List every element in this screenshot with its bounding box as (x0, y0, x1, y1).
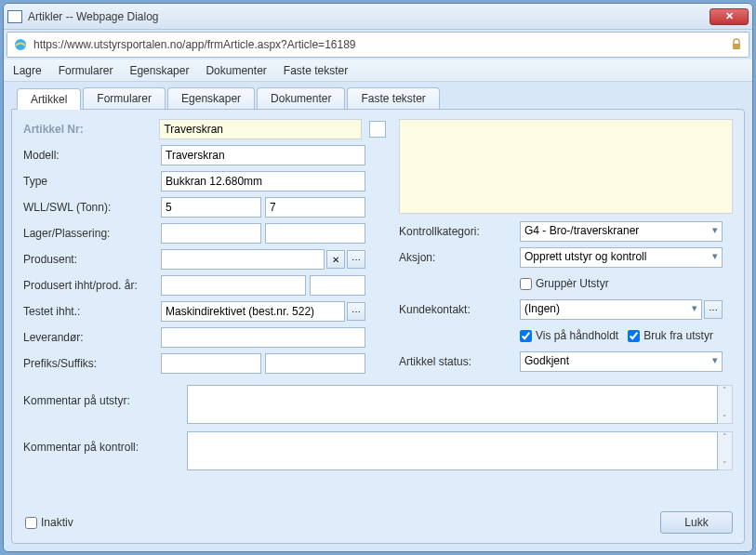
menu-faste-tekster[interactable]: Faste tekster (284, 64, 348, 77)
url-text: https://www.utstyrsportalen.no/app/frmAr… (33, 38, 730, 51)
textarea-kommentar-kontroll[interactable] (187, 431, 718, 470)
scrollbar-kommentar-kontroll[interactable]: ˄˅ (718, 431, 733, 470)
textarea-kommentar-utstyr[interactable] (187, 385, 718, 424)
input-artikkel-nr (159, 119, 362, 139)
clear-produsent-button[interactable]: ✕ (326, 250, 345, 269)
titlebar: Artikler -- Webpage Dialog ✕ (4, 4, 752, 30)
select-status[interactable]: Godkjent (520, 351, 723, 372)
label-aksjon: Aksjon: (399, 251, 520, 264)
svg-rect-1 (733, 44, 740, 49)
artikkel-nr-checkbox[interactable] (369, 121, 386, 138)
tab-formularer[interactable]: Formularer (83, 87, 166, 109)
dialog-window: Artikler -- Webpage Dialog ✕ https://www… (3, 3, 753, 552)
checkbox-vis-label: Vis på håndholdt (536, 329, 618, 342)
address-bar: https://www.utstyrsportalen.no/app/frmAr… (7, 32, 749, 58)
input-wll-2[interactable] (265, 197, 365, 218)
input-modell[interactable] (161, 145, 365, 165)
checkbox-vis-input[interactable] (520, 330, 532, 342)
label-leverandor: Leverandør: (23, 331, 161, 344)
checkbox-grupper-label: Gruppèr Utstyr (536, 277, 609, 290)
select-aksjon[interactable]: Opprett utstyr og kontroll (520, 247, 723, 268)
scrollbar-kommentar-utstyr[interactable]: ˄˅ (718, 385, 733, 424)
scroll-up-icon: ˄ (723, 432, 727, 442)
tab-faste-tekster[interactable]: Faste tekster (347, 87, 439, 109)
scroll-down-icon: ˅ (723, 460, 727, 469)
window-title: Artikler -- Webpage Dialog (28, 10, 710, 23)
browse-kundekontakt-button[interactable]: ⋯ (704, 300, 723, 319)
checkbox-brukfra-input[interactable] (628, 330, 640, 342)
checkbox-bruk-fra-utstyr[interactable]: Bruk fra utstyr (628, 329, 713, 342)
scroll-down-icon: ˅ (723, 414, 727, 423)
input-lager-1[interactable] (161, 223, 261, 244)
scroll-up-icon: ˄ (723, 386, 727, 395)
label-status: Artikkel status: (399, 355, 520, 368)
label-kontrollkategori: Kontrollkategori: (399, 225, 520, 238)
input-leverandor[interactable] (161, 327, 365, 348)
app-icon (7, 10, 22, 23)
select-kundekontakt[interactable]: (Ingen) (520, 299, 702, 320)
checkbox-inaktiv-input[interactable] (25, 517, 37, 529)
menu-dokumenter[interactable]: Dokumenter (206, 64, 266, 77)
input-wll-1[interactable] (161, 197, 261, 218)
checkbox-grupper-utstyr[interactable]: Gruppèr Utstyr (520, 277, 609, 290)
ie-icon (13, 37, 28, 52)
tab-dokumenter[interactable]: Dokumenter (257, 87, 345, 109)
input-prod-aar[interactable] (310, 275, 365, 296)
label-produsert: Produsert ihht/prod. år: (23, 279, 161, 292)
menu-lagre[interactable]: Lagre (13, 64, 42, 77)
input-produsent[interactable] (161, 249, 325, 270)
input-produsert-ihht[interactable] (161, 275, 306, 296)
menu-formularer[interactable]: Formularer (59, 64, 113, 77)
input-type[interactable] (161, 171, 365, 192)
close-button[interactable]: ✕ (710, 8, 749, 25)
tab-strip: Artikkel Formularer Egenskaper Dokumente… (11, 87, 745, 109)
browse-produsent-button[interactable]: ⋯ (347, 250, 365, 269)
label-kundekontakt: Kundekontakt: (399, 303, 520, 316)
input-prefiks[interactable] (161, 353, 261, 374)
menu-egenskaper[interactable]: Egenskaper (129, 64, 189, 77)
select-kontrollkategori-value: G4 - Bro-/traverskraner (524, 224, 639, 237)
label-kommentar-utstyr: Kommentar på utstyr: (23, 385, 187, 407)
tab-panel: Artikkel Nr: Modell: Type WLL/SWL (Tonn)… (11, 109, 745, 544)
tab-egenskaper[interactable]: Egenskaper (167, 87, 255, 109)
label-testet: Testet ihht.: (23, 305, 161, 318)
menubar: Lagre Formularer Egenskaper Dokumenter F… (4, 59, 752, 82)
label-type: Type (23, 175, 161, 188)
input-lager-2[interactable] (265, 223, 365, 244)
checkbox-inaktiv[interactable]: Inaktiv (25, 516, 73, 529)
select-kundekontakt-value: (Ingen) (524, 302, 560, 315)
checkbox-inaktiv-label: Inaktiv (41, 516, 73, 529)
input-suffiks[interactable] (265, 353, 365, 374)
label-prefiks: Prefiks/Suffiks: (23, 357, 161, 370)
tab-artikkel[interactable]: Artikkel (17, 88, 81, 110)
input-testet[interactable] (161, 301, 345, 322)
checkbox-grupper-input[interactable] (520, 278, 532, 290)
label-modell: Modell: (23, 149, 161, 162)
content-area: Artikkel Formularer Egenskaper Dokumente… (4, 82, 752, 551)
label-artikkel-nr: Artikkel Nr: (23, 123, 159, 136)
select-aksjon-value: Opprett utstyr og kontroll (524, 250, 646, 263)
label-produsent: Produsent: (23, 253, 161, 266)
select-kontrollkategori[interactable]: G4 - Bro-/traverskraner (520, 221, 723, 242)
lock-icon (730, 38, 743, 51)
label-lager: Lager/Plassering: (23, 227, 161, 240)
preview-box (399, 119, 733, 214)
label-kommentar-kontroll: Kommentar på kontroll: (23, 431, 187, 454)
checkbox-brukfra-label: Bruk fra utstyr (643, 329, 713, 342)
select-status-value: Godkjent (524, 354, 569, 367)
lukk-button[interactable]: Lukk (660, 511, 733, 534)
browse-testet-button[interactable]: ⋯ (347, 302, 365, 321)
checkbox-vis-handholdt[interactable]: Vis på håndholdt (520, 329, 618, 342)
label-wll: WLL/SWL (Tonn): (23, 201, 161, 214)
